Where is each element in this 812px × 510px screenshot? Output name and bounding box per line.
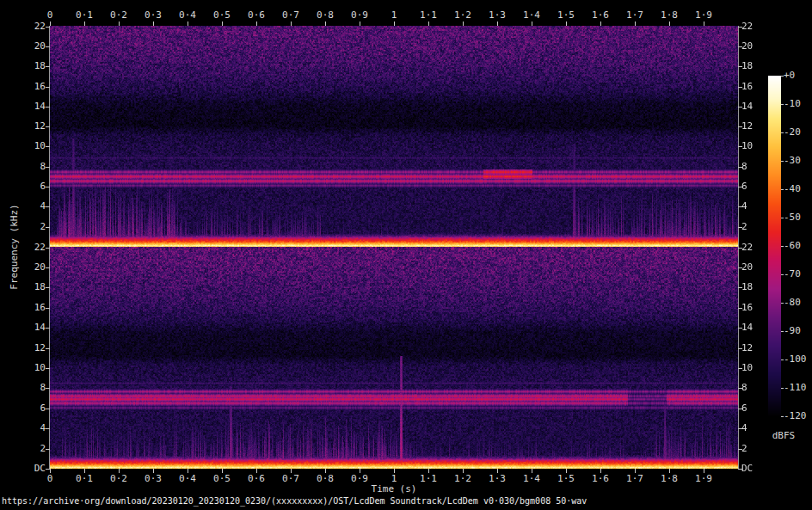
x-tick-label-top: 0·1 (76, 10, 93, 21)
colorbar-tick-label: -40 (784, 184, 801, 194)
x-tick-label-top: 1·2 (454, 10, 471, 21)
x-tick-mark-top (428, 22, 429, 26)
x-tick-label-bottom: 1·2 (454, 474, 471, 484)
x-tick-mark-top (532, 22, 532, 26)
x-tick-label-bottom: 0·5 (213, 474, 231, 484)
freq-tick-label-left: 6 (0, 403, 46, 414)
x-tick-label-bottom: 0·2 (110, 474, 127, 484)
x-tick-mark-top (635, 22, 636, 26)
x-tick-label-top: 0 (47, 10, 53, 21)
x-tick-label-top: 0·5 (213, 10, 231, 21)
freq-tick-label-right: 6 (741, 181, 747, 192)
freq-tick-label-left: 14 (0, 323, 46, 333)
y-axis-title: Frequency (kHz) (9, 204, 20, 289)
x-tick-label-top: 0·8 (317, 10, 334, 21)
x-tick-mark-top (704, 22, 704, 26)
x-tick-mark-top (222, 22, 223, 26)
freq-tick-label-left: 2 (0, 444, 46, 454)
colorbar-tick-label: -10 (784, 99, 801, 109)
colorbar-tick-label: -110 (784, 383, 807, 393)
x-tick-label-bottom: 1·3 (489, 474, 506, 484)
freq-tick-label-right: 10 (741, 363, 753, 373)
freq-tick-label-left: 12 (0, 343, 46, 353)
x-tick-label-top: 1 (391, 10, 397, 21)
freq-tick-label-right: 16 (741, 82, 753, 92)
freq-tick-mark-left (46, 248, 50, 249)
freq-tick-label-left: 14 (0, 101, 46, 112)
x-tick-label-top: 0·6 (248, 10, 265, 21)
x-tick-mark-top (153, 22, 154, 26)
x-tick-label-top: 1·4 (523, 10, 540, 21)
x-tick-label-top: 1·6 (592, 10, 609, 21)
x-tick-mark-top (360, 22, 360, 26)
x-tick-label-bottom: 1·1 (420, 474, 437, 484)
x-tick-mark-top (463, 22, 464, 26)
freq-tick-label-right: 2 (741, 444, 747, 454)
x-tick-label-bottom: 0·9 (351, 474, 368, 484)
x-tick-mark-top (325, 22, 326, 26)
x-axis-title: Time (s) (372, 483, 417, 495)
freq-tick-mark-left (46, 126, 50, 127)
x-tick-mark-top (497, 22, 498, 26)
freq-tick-label-right: 18 (741, 61, 753, 71)
freq-tick-mark-left (46, 449, 50, 450)
source-url: https://archive·org/download/20230120_20… (2, 496, 587, 506)
freq-tick-mark-left (46, 27, 50, 28)
freq-tick-label-right: 2 (741, 222, 747, 232)
freq-tick-label-right: 12 (741, 121, 753, 132)
freq-tick-label-right: 4 (741, 201, 747, 212)
colorbar-tick-label: -50 (784, 212, 801, 223)
freq-tick-mark-left (46, 328, 50, 329)
freq-tick-label-left: 4 (0, 423, 46, 433)
freq-tick-label-right: 16 (741, 303, 753, 313)
freq-tick-mark-left (46, 227, 50, 228)
freq-tick-mark-left (46, 107, 50, 108)
colorbar-tick-label: -80 (784, 298, 801, 308)
freq-tick-mark-left (46, 146, 50, 147)
freq-tick-label-left: 2 (0, 222, 46, 232)
colorbar-tick-label: -100 (784, 354, 807, 365)
x-tick-label-bottom: 0·3 (145, 474, 162, 484)
colorbar-tick-label: -30 (784, 156, 801, 166)
spectrogram-screenshot: 000·10·10·20·20·30·30·40·40·50·50·60·60·… (0, 0, 812, 510)
colorbar-unit-label: dBFS (765, 430, 803, 441)
freq-tick-label-left: 20 (0, 262, 46, 273)
x-tick-label-top: 1·9 (695, 10, 712, 21)
freq-tick-label-right: 6 (741, 403, 747, 414)
x-tick-label-bottom: 1·6 (592, 474, 609, 484)
x-tick-label-top: 1·3 (489, 10, 506, 21)
freq-tick-label-left: 16 (0, 82, 46, 92)
x-tick-label-top: 1·8 (661, 10, 678, 21)
x-tick-label-bottom: 0·7 (282, 474, 299, 484)
freq-tick-label-left: 8 (0, 162, 46, 172)
freq-tick-mark-left (46, 167, 50, 168)
freq-tick-label-left: 18 (0, 282, 46, 292)
x-tick-mark-top (291, 22, 292, 26)
x-tick-mark-top (50, 22, 51, 26)
freq-tick-label-right: 22 (741, 243, 753, 253)
freq-tick-label-left: 16 (0, 303, 46, 313)
x-tick-label-bottom: 0 (47, 474, 53, 484)
freq-tick-label-left: 20 (0, 41, 46, 52)
freq-tick-label-right: 14 (741, 323, 753, 333)
freq-tick-mark-left (46, 66, 50, 67)
freq-tick-label-left: 18 (0, 61, 46, 71)
spectrogram-heatmap (50, 26, 738, 469)
freq-tick-label-left: 22 (0, 22, 46, 32)
x-tick-mark-top (119, 22, 120, 26)
x-tick-label-bottom: 1·7 (626, 474, 643, 484)
colorbar-tick-label: -120 (784, 411, 807, 421)
freq-tick-label-left: 12 (0, 121, 46, 132)
freq-tick-mark-left (46, 409, 50, 409)
x-tick-label-bottom: 1·5 (557, 474, 575, 484)
freq-tick-mark-left (46, 267, 50, 268)
x-tick-label-bottom: 1·4 (523, 474, 540, 484)
freq-tick-label-right: DC (741, 464, 753, 474)
colorbar-tick-label: -70 (784, 269, 801, 280)
x-tick-label-bottom: 0·4 (179, 474, 196, 484)
x-tick-label-bottom: 1·9 (695, 474, 712, 484)
x-tick-mark-top (669, 22, 670, 26)
freq-tick-label-left: 8 (0, 383, 46, 393)
freq-tick-label-left: 22 (0, 243, 46, 253)
freq-tick-label-right: 8 (741, 162, 747, 172)
